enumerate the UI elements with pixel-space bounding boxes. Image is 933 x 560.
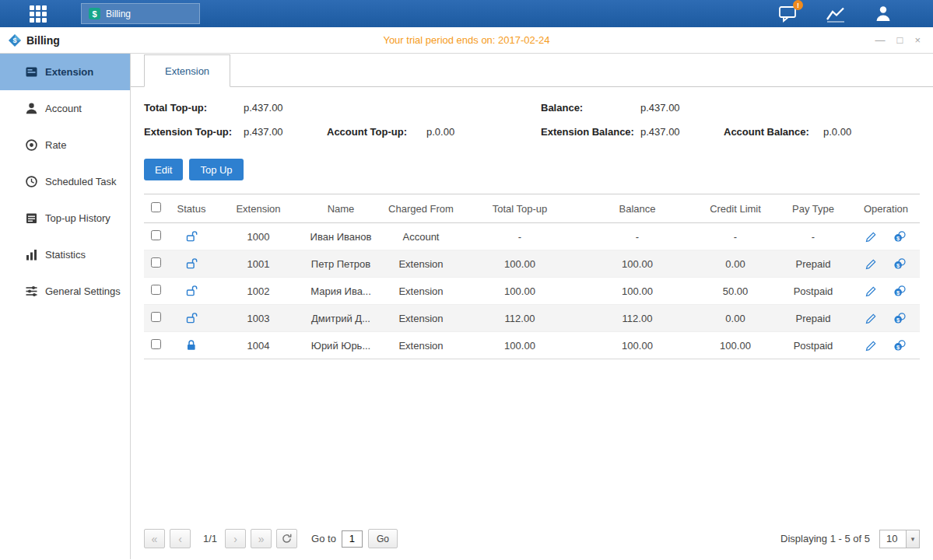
pagination: « ‹ 1/1 › » Go to Go Displaying 1 - 5 of… [131, 529, 933, 559]
topbar-tab-billing[interactable]: $ Billing [81, 3, 200, 24]
close-button[interactable]: × [914, 34, 921, 46]
table-row[interactable]: 1004 Юрий Юрь... Extension 100.00 100.00… [144, 332, 920, 359]
summary-extension-topup: Extension Top-up: p.437.00 [144, 123, 327, 140]
sidebar-item-general-settings[interactable]: General Settings [0, 273, 130, 310]
minimize-button[interactable]: — [875, 34, 886, 46]
sidebar-item-account[interactable]: Account [0, 90, 130, 127]
page-size-select[interactable]: 10 ▾ [879, 530, 920, 548]
edit-button[interactable]: Edit [144, 159, 183, 180]
top-up-icon[interactable]: $ [893, 339, 907, 352]
sidebar-item-statistics[interactable]: Statistics [0, 236, 130, 273]
top-up-icon[interactable]: $ [893, 312, 907, 324]
table-row[interactable]: 1001 Петр Петров Extension 100.00 100.00… [144, 250, 920, 278]
edit-icon[interactable] [865, 258, 877, 270]
operation-cell: $ [852, 278, 920, 305]
row-checkbox[interactable] [151, 312, 161, 322]
table-row[interactable]: 1003 Дмитрий Д... Extension 112.00 112.0… [144, 305, 920, 332]
pay-type-cell: Postpaid [774, 332, 852, 359]
name-cell: Дмитрий Д... [301, 305, 381, 332]
user-icon[interactable] [874, 5, 893, 23]
edit-icon[interactable] [865, 285, 877, 297]
name-cell: Петр Петров [301, 250, 381, 278]
extensions-table: Status Extension Name Charged From Total… [144, 194, 920, 359]
select-all-checkbox[interactable] [151, 202, 161, 212]
status-cell [167, 250, 216, 278]
lock-open-icon [185, 285, 198, 296]
column-header-balance: Balance [578, 194, 696, 223]
titlebar: $ Billing Your trial period ends on: 201… [0, 27, 933, 54]
tab-extension[interactable]: Extension [144, 54, 230, 87]
refresh-button[interactable] [276, 529, 297, 548]
summary-account-balance: Account Balance: p.0.00 [724, 123, 920, 140]
go-button[interactable]: Go [368, 529, 398, 548]
page-size-value: 10 [880, 533, 906, 544]
row-checkbox[interactable] [151, 339, 161, 349]
next-page-button[interactable]: › [225, 529, 246, 548]
top-up-icon[interactable]: $ [893, 230, 907, 243]
total-topup-cell: 112.00 [461, 305, 578, 332]
total-topup-cell: 100.00 [461, 250, 578, 278]
operation-cell: $ [852, 332, 920, 359]
charged-from-cell: Extension [381, 250, 461, 278]
top-up-icon[interactable]: $ [893, 257, 907, 270]
credit-limit-cell: - [696, 223, 774, 250]
status-cell [167, 278, 216, 305]
column-header-status: Status [167, 194, 216, 223]
total-topup-cell: 100.00 [461, 278, 578, 305]
svg-text:$: $ [12, 37, 16, 44]
charged-from-cell: Extension [381, 332, 461, 359]
sidebar: Extension Account Rate Scheduled Task [0, 54, 131, 559]
chat-icon[interactable]: ! [778, 5, 798, 23]
table-row[interactable]: 1002 Мария Ива... Extension 100.00 100.0… [144, 278, 920, 305]
name-cell: Юрий Юрь... [301, 332, 381, 359]
topbar: $ Billing ! [0, 0, 933, 27]
status-cell [167, 223, 216, 250]
edit-icon[interactable] [865, 313, 877, 324]
summary-extension-balance: Extension Balance: p.437.00 [541, 123, 724, 140]
summary-account-topup: Account Top-up: p.0.00 [327, 123, 541, 140]
sidebar-item-extension[interactable]: Extension [0, 54, 130, 90]
chevron-down-icon: ▾ [906, 530, 919, 548]
goto-input[interactable] [342, 530, 363, 548]
extension-cell: 1003 [216, 305, 301, 332]
operation-cell: $ [852, 305, 920, 332]
first-page-button[interactable]: « [144, 529, 165, 548]
column-header-operation: Operation [852, 194, 920, 223]
row-checkbox[interactable] [151, 230, 161, 240]
prev-page-button[interactable]: ‹ [170, 529, 191, 548]
row-checkbox[interactable] [151, 257, 161, 268]
lock-open-icon [185, 230, 198, 242]
column-header-charged-from: Charged From [381, 194, 461, 223]
apps-grid-icon[interactable] [30, 5, 47, 23]
maximize-button[interactable]: □ [897, 34, 903, 46]
sidebar-item-scheduled-task[interactable]: Scheduled Task [0, 163, 130, 200]
chart-icon[interactable] [826, 5, 846, 23]
lock-open-icon [185, 312, 198, 324]
credit-limit-cell: 0.00 [696, 250, 774, 278]
balance-cell: 100.00 [578, 250, 696, 278]
pay-type-cell: - [774, 223, 852, 250]
sidebar-item-topup-history[interactable]: Top-up History [0, 200, 130, 236]
name-cell: Иван Иванов [301, 223, 381, 250]
column-header-name: Name [301, 194, 381, 223]
top-up-icon[interactable]: $ [893, 285, 907, 297]
column-header-total-topup: Total Top-up [461, 194, 578, 223]
account-icon [25, 102, 38, 115]
extension-cell: 1004 [216, 332, 301, 359]
total-topup-cell: - [461, 223, 578, 250]
status-cell [167, 332, 216, 359]
summary: Total Top-up: p.437.00 Balance: p.437.00… [131, 87, 933, 140]
edit-icon[interactable] [865, 231, 877, 243]
page-indicator: 1/1 [203, 533, 217, 544]
table-row[interactable]: 1000 Иван Иванов Account - - - - $ [144, 223, 920, 250]
edit-icon[interactable] [865, 340, 877, 352]
column-header-credit-limit: Credit Limit [696, 194, 774, 223]
row-checkbox[interactable] [151, 285, 161, 295]
last-page-button[interactable]: » [251, 529, 272, 548]
charged-from-cell: Extension [381, 278, 461, 305]
summary-value: p.0.00 [823, 126, 851, 138]
sidebar-item-label: General Settings [45, 285, 121, 297]
top-up-button[interactable]: Top Up [189, 159, 243, 180]
statistics-icon [25, 248, 38, 261]
sidebar-item-rate[interactable]: Rate [0, 127, 130, 163]
